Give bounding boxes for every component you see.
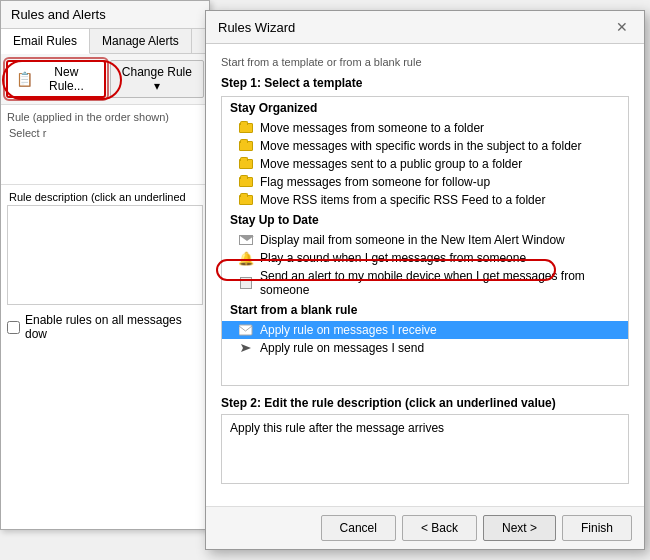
- template-item-5[interactable]: Move RSS items from a specific RSS Feed …: [222, 191, 628, 209]
- template-item-2[interactable]: Move messages with specific words in the…: [222, 137, 628, 155]
- step2-description: Apply this rule after the message arrive…: [221, 414, 629, 484]
- change-rule-button[interactable]: Change Rule ▾: [110, 60, 204, 98]
- template-item-3-label: Move messages sent to a public group to …: [260, 157, 522, 171]
- template-item-receive-label: Apply rule on messages I receive: [260, 323, 437, 337]
- template-item-7-label: Play a sound when I get messages from so…: [260, 251, 526, 265]
- template-item-3[interactable]: Move messages sent to a public group to …: [222, 155, 628, 173]
- template-item-6-label: Display mail from someone in the New Ite…: [260, 233, 565, 247]
- wizard-titlebar: Rules Wizard ✕: [206, 11, 644, 44]
- template-item-1[interactable]: Move messages from someone to a folder: [222, 119, 628, 137]
- folder-icon-3: [238, 157, 254, 171]
- template-item-5-label: Move RSS items from a specific RSS Feed …: [260, 193, 545, 207]
- wizard-close-button[interactable]: ✕: [612, 19, 632, 35]
- enable-rules-checkbox[interactable]: [7, 321, 20, 334]
- rule-description-box: [7, 205, 203, 305]
- arrow-send-icon: [238, 341, 254, 355]
- finish-button[interactable]: Finish: [562, 515, 632, 541]
- rule-list-label: Rule (applied in the order shown): [5, 109, 205, 125]
- template-item-4[interactable]: Flag messages from someone for follow-up: [222, 173, 628, 191]
- svg-rect-0: [239, 325, 252, 335]
- next-button[interactable]: Next >: [483, 515, 556, 541]
- alert-icon: [238, 276, 254, 290]
- rules-panel-title: Rules and Alerts: [1, 1, 209, 29]
- step1-label: Step 1: Select a template: [221, 76, 629, 90]
- template-item-2-label: Move messages with specific words in the…: [260, 139, 581, 153]
- enable-rules-label: Enable rules on all messages dow: [25, 313, 203, 341]
- rules-toolbar: 📋 New Rule... Change Rule ▾: [1, 54, 209, 105]
- rules-list-area: Rule (applied in the order shown) Select…: [1, 105, 209, 185]
- template-item-8[interactable]: Send an alert to my mobile device when I…: [222, 267, 628, 299]
- new-rule-label: New Rule...: [37, 65, 96, 93]
- wizard-footer: Cancel < Back Next > Finish: [206, 506, 644, 549]
- mail-receive-icon: [238, 323, 254, 337]
- group-header-stay-organized: Stay Organized: [222, 97, 628, 119]
- wizard-subtitle: Start from a template or from a blank ru…: [221, 56, 629, 68]
- template-item-6[interactable]: Display mail from someone in the New Ite…: [222, 231, 628, 249]
- step2-label: Step 2: Edit the rule description (click…: [221, 396, 629, 410]
- folder-icon-1: [238, 121, 254, 135]
- template-item-send-label: Apply rule on messages I send: [260, 341, 424, 355]
- template-item-4-label: Flag messages from someone for follow-up: [260, 175, 490, 189]
- rules-panel: Rules and Alerts Email Rules Manage Aler…: [0, 0, 210, 530]
- wizard-title: Rules Wizard: [218, 20, 295, 35]
- template-list: Stay Organized Move messages from someon…: [221, 96, 629, 386]
- template-item-receive[interactable]: Apply rule on messages I receive: [222, 321, 628, 339]
- group-header-blank-rule: Start from a blank rule: [222, 299, 628, 321]
- svg-marker-1: [241, 344, 251, 352]
- template-item-send[interactable]: Apply rule on messages I send: [222, 339, 628, 357]
- back-button[interactable]: < Back: [402, 515, 477, 541]
- template-item-1-label: Move messages from someone to a folder: [260, 121, 484, 135]
- new-rule-button[interactable]: 📋 New Rule...: [6, 60, 106, 98]
- rules-wizard-dialog: Rules Wizard ✕ Start from a template or …: [205, 10, 645, 550]
- rule-description-label: Rule description (click an underlined: [1, 185, 209, 205]
- sound-icon: 🔔: [238, 251, 254, 265]
- rules-tabs: Email Rules Manage Alerts: [1, 29, 209, 54]
- change-rule-label: Change Rule ▾: [119, 65, 195, 93]
- cancel-button[interactable]: Cancel: [321, 515, 396, 541]
- template-item-8-label: Send an alert to my mobile device when I…: [260, 269, 612, 297]
- folder-icon-5: [238, 193, 254, 207]
- mail-icon-1: [238, 233, 254, 247]
- folder-icon-2: [238, 139, 254, 153]
- new-rule-icon: 📋: [16, 71, 33, 87]
- tab-manage-alerts[interactable]: Manage Alerts: [90, 29, 192, 53]
- template-item-7[interactable]: 🔔 Play a sound when I get messages from …: [222, 249, 628, 267]
- tab-email-rules[interactable]: Email Rules: [1, 29, 90, 54]
- select-label: Select r: [5, 125, 205, 141]
- wizard-body: Start from a template or from a blank ru…: [206, 44, 644, 496]
- enable-checkbox-row: Enable rules on all messages dow: [1, 305, 209, 349]
- folder-icon-4: [238, 175, 254, 189]
- group-header-stay-up-to-date: Stay Up to Date: [222, 209, 628, 231]
